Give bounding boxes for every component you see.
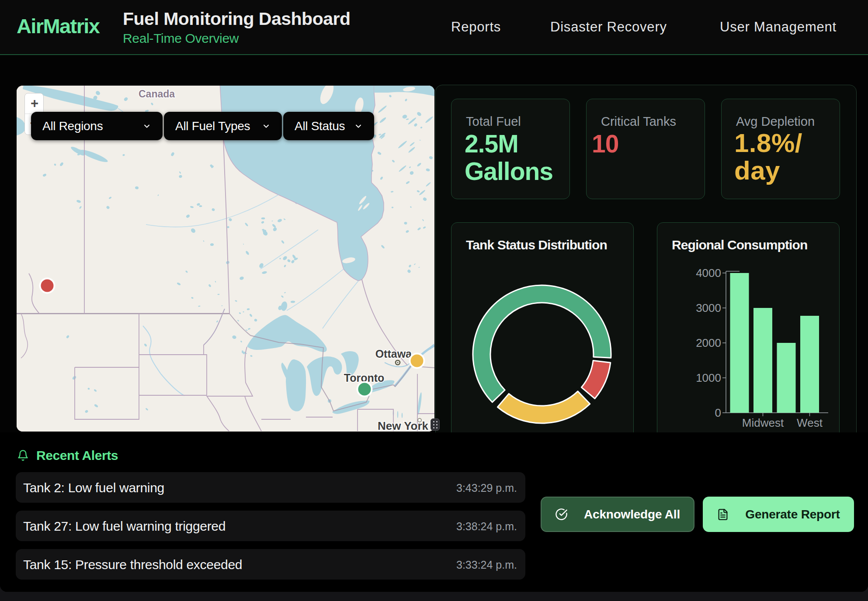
svg-text:1000: 1000	[696, 371, 721, 384]
svg-text:Ottawa: Ottawa	[375, 348, 412, 360]
svg-text:3000: 3000	[696, 301, 721, 314]
svg-text:Midwest: Midwest	[742, 416, 784, 429]
svg-text:0: 0	[715, 406, 721, 419]
svg-text:2000: 2000	[696, 336, 721, 349]
svg-text:4000: 4000	[696, 266, 721, 280]
svg-text:Canada: Canada	[139, 88, 175, 100]
svg-text:West: West	[797, 416, 823, 429]
